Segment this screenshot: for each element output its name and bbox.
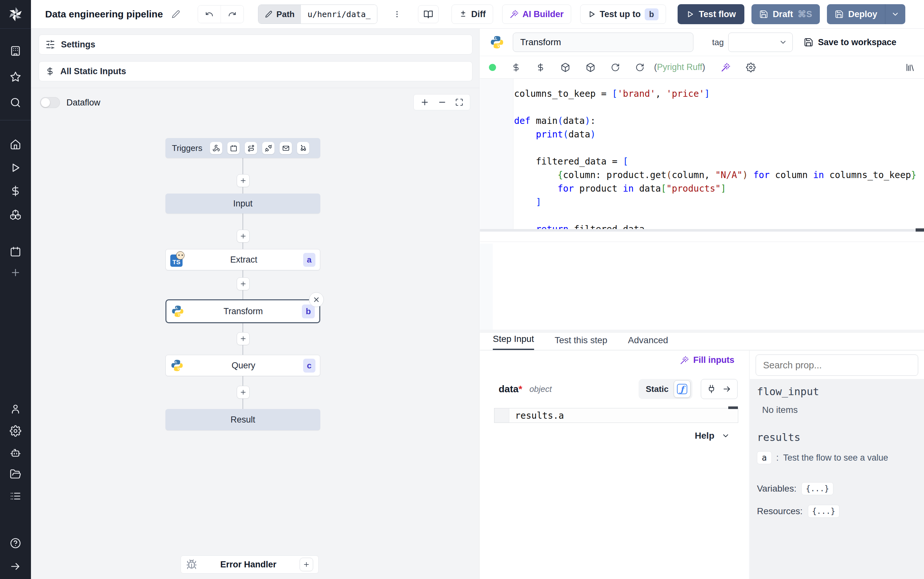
add-step-button[interactable] — [237, 174, 250, 187]
path-value[interactable]: u/henri/data_ — [301, 5, 377, 23]
websocket-icon[interactable] — [262, 142, 274, 154]
workspace-icon[interactable] — [0, 45, 31, 57]
add-step-button[interactable] — [237, 277, 250, 290]
add-step-button[interactable] — [237, 332, 250, 345]
draft-button[interactable]: Draft ⌘S — [751, 4, 820, 24]
expression-value[interactable]: results.a — [509, 408, 738, 422]
expand-sidebar-icon[interactable] — [0, 561, 31, 572]
format-reload-icon[interactable] — [635, 63, 644, 72]
editor-settings-gear-icon[interactable] — [746, 62, 756, 72]
expression-editor[interactable]: results.a — [494, 408, 738, 423]
ai-builder-label: AI Builder — [522, 9, 564, 20]
resources-expand-chip[interactable]: {...} — [808, 505, 839, 518]
poll-icon[interactable] — [297, 142, 309, 154]
error-handler-node[interactable]: Error Handler — [181, 556, 318, 574]
query-step-label: Query — [184, 361, 303, 371]
ai-builder-button[interactable]: AI Builder — [502, 5, 571, 24]
arrow-right-icon[interactable] — [722, 384, 731, 394]
app-sidebar — [0, 0, 31, 579]
chevron-down-icon — [779, 38, 787, 46]
variables-expand-chip[interactable]: {...} — [802, 482, 833, 495]
favorites-star-icon[interactable] — [0, 71, 31, 83]
code-editor[interactable]: columns_to_keep = ['brand', 'price']def … — [480, 79, 924, 229]
deploy-button[interactable]: Deploy — [827, 4, 885, 24]
redo-button[interactable] — [220, 5, 243, 23]
help-toggle[interactable]: Help — [695, 431, 730, 441]
help-icon[interactable] — [0, 537, 31, 549]
code-scrollbar-track[interactable] — [480, 229, 924, 232]
workers-bot-icon[interactable] — [0, 447, 31, 459]
extract-step-label: Extract — [184, 255, 303, 265]
edit-title-pencil-icon[interactable] — [171, 10, 180, 19]
static-mode-button[interactable]: Static — [646, 384, 669, 394]
search-prop-input[interactable] — [756, 355, 918, 376]
email-icon[interactable] — [280, 142, 292, 154]
runs-icon[interactable] — [0, 162, 31, 173]
triggers-node[interactable]: Triggers — [165, 138, 320, 158]
input-node[interactable]: Input — [165, 193, 320, 214]
tag-label: tag — [712, 38, 724, 47]
lsp-status-dot — [489, 64, 496, 71]
extract-step-id-badge: a — [303, 253, 315, 267]
docs-book-icon[interactable] — [418, 5, 439, 23]
webhook-icon[interactable] — [210, 142, 222, 154]
package-icon[interactable] — [586, 62, 595, 72]
folders-icon[interactable] — [0, 468, 31, 480]
wand-icon — [680, 356, 689, 365]
diff-button[interactable]: Diff — [452, 5, 493, 24]
resources-icon[interactable] — [0, 208, 31, 221]
add-step-button[interactable] — [237, 230, 250, 242]
variables-picker-icon[interactable] — [536, 63, 545, 72]
apps-list-icon[interactable] — [0, 490, 31, 502]
test-flow-button[interactable]: Test flow — [677, 4, 744, 24]
add-icon[interactable] — [0, 267, 31, 278]
resource-picker-icon[interactable] — [560, 62, 570, 72]
search-icon[interactable] — [0, 97, 31, 108]
tab-advanced[interactable]: Advanced — [628, 335, 668, 350]
tab-test-this-step[interactable]: Test this step — [555, 335, 607, 350]
query-step-id-badge: c — [303, 359, 315, 373]
extract-step-node[interactable]: TS Extract a — [165, 249, 320, 270]
save-to-workspace-button[interactable]: Save to workspace — [804, 38, 896, 47]
path-button[interactable]: Path — [258, 5, 301, 23]
windmill-logo[interactable] — [0, 0, 31, 29]
result-key-chip[interactable]: a — [757, 451, 772, 464]
result-node[interactable]: Result — [165, 409, 320, 430]
transform-step-label: Transform — [184, 306, 302, 316]
schedules-icon[interactable] — [0, 246, 31, 257]
undo-button[interactable] — [198, 5, 220, 23]
query-step-node[interactable]: Query c — [165, 355, 320, 376]
more-menu-icon[interactable] — [393, 10, 401, 18]
add-error-handler-button[interactable] — [300, 558, 313, 571]
fill-inputs-button[interactable]: Fill inputs — [680, 355, 735, 365]
step-tabs: Step Input Test this step Advanced — [480, 333, 924, 350]
library-icon[interactable] — [905, 62, 915, 72]
tab-step-input[interactable]: Step Input — [493, 334, 534, 350]
static-inputs-icon[interactable] — [511, 63, 521, 72]
transform-step-node[interactable]: Transform b — [165, 299, 320, 323]
flow-input-empty: No items — [762, 405, 917, 415]
variables-icon[interactable] — [0, 185, 31, 197]
triggers-label: Triggers — [172, 143, 202, 153]
settings-gear-icon[interactable] — [0, 425, 31, 437]
tag-select[interactable] — [728, 33, 793, 52]
code-content[interactable]: columns_to_keep = ['brand', 'price']def … — [514, 87, 924, 236]
test-up-to-button[interactable]: Test up to b — [580, 5, 666, 24]
user-icon[interactable] — [0, 403, 31, 415]
deploy-options-button[interactable] — [885, 4, 905, 24]
schedule-icon[interactable] — [227, 142, 240, 154]
topbar: Data engineering pipeline Path u/henri/d… — [31, 0, 924, 29]
step-name-input[interactable] — [513, 33, 694, 52]
http-route-icon[interactable] — [245, 142, 257, 154]
plug-icon[interactable] — [707, 384, 716, 394]
reload-icon[interactable] — [611, 63, 620, 72]
home-icon[interactable] — [0, 139, 31, 150]
deselect-step-close-icon[interactable] — [309, 292, 324, 307]
results-section[interactable]: results — [757, 431, 917, 443]
add-step-button[interactable] — [237, 386, 250, 399]
ai-assistant-wand-icon[interactable] — [721, 62, 730, 72]
javascript-mode-button[interactable]: ƒ — [674, 380, 691, 398]
flow-input-section[interactable]: flow_input — [757, 386, 917, 398]
result-separator: : — [776, 453, 779, 463]
editor-toolbar: (Pyright Ruff) — [480, 56, 924, 79]
